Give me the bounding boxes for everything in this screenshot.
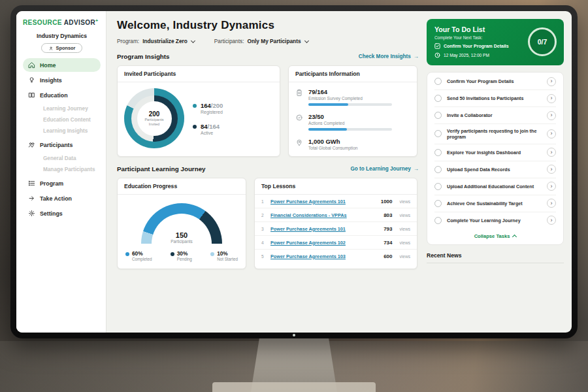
sidebar-item-program[interactable]: Program (23, 176, 101, 190)
chevron-right-icon[interactable]: › (547, 111, 556, 120)
people-icon (28, 141, 35, 148)
lesson-row: 2 Financial Considerations - VPPAs 803 v… (255, 208, 417, 222)
stat-global-consumption: 1,000 GWh Total Global Consumption (295, 138, 410, 150)
navy-dot (171, 252, 174, 256)
task-checkbox[interactable] (434, 200, 442, 207)
chevron-right-icon[interactable]: › (547, 216, 556, 225)
filters-row: Program: Industrialize Zero Participants… (117, 38, 419, 44)
lessons-card-title: Top Lessons (255, 178, 417, 195)
task-item[interactable]: Achieve One Sustainability Target › (434, 195, 556, 212)
gauge-legend: 60% Completed 30% Pending (125, 250, 238, 261)
main-content: Welcome, Industry Dynamics Program: Indu… (106, 11, 425, 333)
legend-pending: 30% Pending (171, 250, 192, 261)
task-checkbox[interactable] (434, 149, 442, 156)
task-checkbox[interactable] (434, 183, 442, 190)
todo-progress-ring: 0/7 (528, 27, 557, 56)
sidebar-item-insights[interactable]: Insights (23, 73, 101, 87)
sidebar-item-learning-journey[interactable]: Learning Journey (23, 103, 101, 114)
monitor-bezel: RESOURCE ADVISOR+ Industry Dynamics Spon… (10, 5, 578, 338)
lesson-link[interactable]: Power Purchase Agreements 101 (270, 199, 376, 204)
chevron-right-icon[interactable]: › (547, 165, 556, 174)
chevron-right-icon[interactable]: › (547, 148, 556, 157)
emission-progress-bar (308, 103, 392, 106)
task-item[interactable]: Invite a Collaborator › (434, 107, 556, 124)
go-to-learning-journey-link[interactable]: Go to Learning Journey → (350, 166, 419, 172)
navy-dot (193, 125, 197, 129)
lesson-row: 3 Power Purchase Agreements 101 793 view… (255, 222, 417, 236)
sidebar-item-general-data[interactable]: General Data (23, 153, 101, 164)
task-checkbox[interactable] (434, 95, 442, 102)
task-item[interactable]: Confirm Your Program Details › (434, 73, 556, 90)
arrow-right-icon: → (414, 54, 419, 59)
task-checkbox[interactable] (434, 130, 442, 137)
gauge-center-value: 150 (141, 231, 222, 239)
lesson-link[interactable]: Power Purchase Agreements 102 (270, 240, 378, 246)
sidebar-item-participants[interactable]: Participants (23, 138, 101, 152)
chevron-right-icon[interactable]: › (547, 94, 556, 103)
task-item[interactable]: Verify participants requesting to join t… (434, 124, 556, 144)
chevron-down-icon (191, 38, 195, 42)
task-item[interactable]: Explore Your Insights Dashboard › (434, 144, 556, 161)
lesson-link[interactable]: Power Purchase Agreements 101 (270, 226, 378, 232)
stat-actions-completed: 23/50 Actions Completed (295, 113, 410, 131)
list-icon (28, 180, 35, 187)
recent-news-title: Recent News (427, 252, 564, 263)
sidebar-item-manage-participants[interactable]: Manage Participants (23, 164, 101, 175)
lesson-row: 4 Power Purchase Agreements 102 734 view… (255, 236, 417, 250)
teal-dot (193, 104, 197, 108)
top-lessons-card: Top Lessons 1 Power Purchase Agreements … (254, 178, 417, 269)
lesson-link[interactable]: Financial Considerations - VPPAs (270, 212, 378, 218)
invited-donut-chart: 200 Participants Invited (124, 88, 184, 148)
task-item[interactable]: Upload Spend Data Records › (434, 161, 556, 178)
program-filter-value: Industrialize Zero (142, 38, 188, 44)
org-name: Industry Dynamics (23, 33, 101, 39)
legend-registered: 164/200 Registered (193, 102, 223, 114)
sponsor-badge-label: Sponsor (56, 45, 76, 51)
book-icon (28, 91, 35, 99)
sidebar-item-education-content[interactable]: Education Content (23, 114, 101, 125)
participants-filter-label: Participants: (214, 38, 244, 44)
program-insights-title: Program Insights (117, 53, 170, 60)
todo-summary-card: Your To Do List Complete Your Next Task:… (427, 19, 564, 65)
education-gauge-chart: 150 Participants (141, 203, 222, 244)
task-item[interactable]: Upload Additional Educational Content › (434, 178, 556, 195)
sidebar-item-take-action[interactable]: Take Action (23, 191, 101, 205)
logo-plus: + (95, 18, 99, 23)
task-checkbox[interactable] (434, 112, 442, 119)
lesson-row: 1 Power Purchase Agreements 101 1000 vie… (255, 195, 417, 208)
logo-text-advisor: ADVISOR (64, 19, 95, 26)
sidebar-item-education[interactable]: Education (23, 88, 101, 102)
sidebar-item-home[interactable]: Home (23, 58, 101, 72)
task-item[interactable]: Complete Your Learning Journey › (434, 212, 556, 229)
legend-completed: 60% Completed (125, 250, 152, 261)
chevron-down-icon (304, 38, 309, 42)
gear-icon (28, 210, 35, 217)
participants-information-card: Participants Information 79/164 Emission… (288, 65, 417, 157)
power-led (293, 334, 295, 336)
program-filter-label: Program: (117, 38, 139, 44)
chevron-right-icon[interactable]: › (547, 129, 556, 139)
collapse-tasks-link[interactable]: Collapse Tasks (434, 229, 556, 242)
clipboard-icon (295, 89, 303, 97)
legend-active: 84/164 Active (193, 123, 223, 135)
check-circle-icon (295, 114, 303, 122)
participants-filter-dropdown[interactable]: Participants: Only My Participants (214, 38, 308, 44)
education-progress-card: Education Progress 150 Participants (117, 178, 246, 269)
sidebar-item-settings[interactable]: Settings (23, 206, 101, 220)
task-checkbox[interactable] (434, 166, 442, 173)
home-icon (28, 61, 35, 69)
sidebar-item-learning-insights[interactable]: Learning Insights (23, 125, 101, 137)
check-more-insights-link[interactable]: Check More Insights → (359, 54, 419, 59)
lesson-link[interactable]: Power Purchase Agreements 103 (270, 253, 378, 259)
program-filter-dropdown[interactable]: Program: Industrialize Zero (117, 38, 195, 44)
chevron-right-icon[interactable]: › (547, 182, 556, 191)
task-checkbox[interactable] (434, 78, 442, 85)
task-checkbox[interactable] (434, 217, 442, 224)
legend-not-started: 10% Not Started (210, 250, 238, 261)
invited-participants-card: Invited Participants 200 Participants In… (117, 65, 280, 157)
task-item[interactable]: Send 50 Invitations to Participants › (434, 90, 556, 107)
chevron-right-icon[interactable]: › (547, 199, 556, 208)
actions-progress-bar (308, 128, 392, 131)
lightbulb-icon (28, 76, 35, 84)
chevron-right-icon[interactable]: › (547, 77, 556, 86)
